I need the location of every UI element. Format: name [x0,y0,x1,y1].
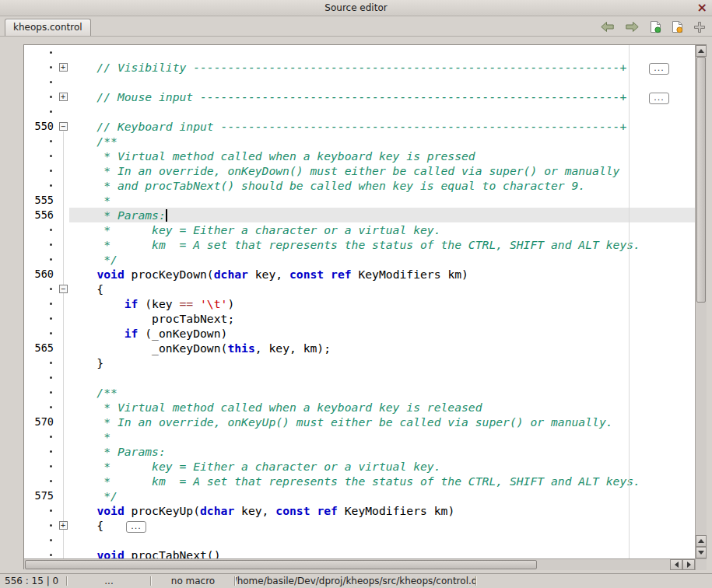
line-dot[interactable] [24,429,57,444]
code-line[interactable] [24,45,695,60]
fold-gutter[interactable]: − [57,282,69,296]
code-line[interactable]: * Virtual method called when a keyboard … [24,400,695,415]
line-dot[interactable] [24,518,57,533]
line-number[interactable]: 575 [24,488,57,503]
document-modified-icon[interactable] [672,20,683,33]
code-line[interactable]: * Params: [24,444,695,459]
code-line[interactable]: * key = Either a character or a virtual … [24,222,695,237]
code-line[interactable]: 570 * In an override, onKeyUp() must eit… [24,415,695,429]
code-line[interactable]: void procTabNext() [24,548,695,558]
horizontal-scroll-track[interactable] [24,559,670,570]
line-dot[interactable] [24,311,57,326]
line-dot[interactable] [24,75,57,89]
code-line[interactable]: * In an override, onKeyDown() must eithe… [24,163,695,178]
document-add-icon[interactable] [650,20,661,33]
vertical-scroll-thumb[interactable] [696,57,706,303]
line-dot[interactable] [24,222,57,237]
go-forward-icon[interactable] [625,21,640,33]
scroll-down-button[interactable] [696,547,707,558]
line-dot[interactable] [24,459,57,474]
line-dot[interactable] [24,370,57,385]
scroll-left-button[interactable] [670,559,682,570]
code-line[interactable]: − { [24,282,695,296]
line-dot[interactable] [24,237,57,252]
code-line[interactable]: 560 void procKeyDown(dchar key, const re… [24,267,695,282]
code-line[interactable]: * Virtual method called when a keyboard … [24,149,695,163]
line-dot[interactable] [24,134,57,149]
line-number[interactable]: 556 [24,208,57,222]
fold-gutter[interactable]: − [57,119,69,134]
code-line[interactable]: * km = A set that represents the status … [24,474,695,488]
line-dot[interactable] [24,355,57,370]
line-dot[interactable] [24,89,57,104]
line-dot[interactable] [24,60,57,75]
code-line[interactable]: if (key == '\t') [24,296,695,311]
dock-handle-icon[interactable] [693,21,706,33]
line-number[interactable]: 560 [24,267,57,282]
code-line[interactable]: * key = Either a character or a virtual … [24,459,695,474]
code-line[interactable]: procTabNext; [24,311,695,326]
titlebar[interactable]: Source editor × [0,0,712,16]
line-dot[interactable] [24,548,57,558]
code-line[interactable] [24,370,695,385]
close-icon[interactable]: × [697,1,707,15]
line-number[interactable]: 555 [24,193,57,208]
code-line[interactable]: * [24,429,695,444]
code-line[interactable]: 555 * [24,193,695,208]
code-line[interactable]: void procKeyUp(dchar key, const ref KeyM… [24,503,695,518]
scroll-up-button-bottom[interactable] [696,535,707,547]
fold-collapse-icon[interactable]: − [59,122,68,131]
line-number[interactable]: 565 [24,341,57,355]
line-dot[interactable] [24,149,57,163]
fold-expand-icon[interactable]: + [59,63,68,72]
line-dot[interactable] [24,503,57,518]
go-back-icon[interactable] [600,21,615,33]
tab-kheops-control[interactable]: kheops.control [5,19,91,36]
line-dot[interactable] [24,282,57,296]
code-line[interactable]: + // Visibility ------------------------… [24,60,695,75]
line-dot[interactable] [24,104,57,119]
line-dot[interactable] [24,252,57,267]
fold-collapse-icon[interactable]: − [59,285,68,293]
line-dot[interactable] [24,178,57,193]
code-line[interactable]: 550− // Keyboard input -----------------… [24,119,695,134]
code-line[interactable]: 575 */ [24,488,695,503]
line-dot[interactable] [24,474,57,488]
horizontal-scroll-thumb[interactable] [25,560,537,569]
line-number[interactable]: 570 [24,415,57,429]
fold-gutter[interactable]: + [57,60,69,75]
code-line[interactable]: /** [24,385,695,400]
code-line[interactable]: * km = A set that represents the status … [24,237,695,252]
code-line[interactable]: */ [24,252,695,267]
line-dot[interactable] [24,296,57,311]
fold-ellipsis-box[interactable]: ... [649,93,669,104]
fold-gutter[interactable]: + [57,518,69,533]
line-dot[interactable] [24,444,57,459]
code-line[interactable]: } [24,355,695,370]
horizontal-scrollbar[interactable] [24,558,695,570]
code-line[interactable] [24,104,695,119]
code-line[interactable] [24,75,695,89]
fold-expand-icon[interactable]: + [59,521,68,530]
line-dot[interactable] [24,533,57,548]
code-line[interactable]: if (_onKeyDown) [24,326,695,341]
line-dot[interactable] [24,400,57,415]
fold-ellipsis-box[interactable]: ... [649,63,669,75]
line-number[interactable]: 550 [24,119,57,134]
fold-gutter[interactable]: + [57,89,69,104]
code-line[interactable]: + // Mouse input -----------------------… [24,89,695,104]
line-dot[interactable] [24,326,57,341]
line-dot[interactable] [24,163,57,178]
code-line[interactable]: 556 * Params: [24,208,695,222]
fold-ellipsis-box[interactable]: ... [126,521,146,533]
line-dot[interactable] [24,45,57,60]
scroll-up-button[interactable] [696,45,707,57]
line-dot[interactable] [24,385,57,400]
code-line[interactable] [24,533,695,548]
vertical-scrollbar[interactable] [695,45,707,558]
code-line[interactable]: + {... [24,518,695,533]
fold-expand-icon[interactable]: + [59,93,68,101]
vertical-scroll-track[interactable] [696,57,707,535]
code-line[interactable]: * and procTabNext() should be called whe… [24,178,695,193]
scroll-right-button[interactable] [682,559,695,570]
